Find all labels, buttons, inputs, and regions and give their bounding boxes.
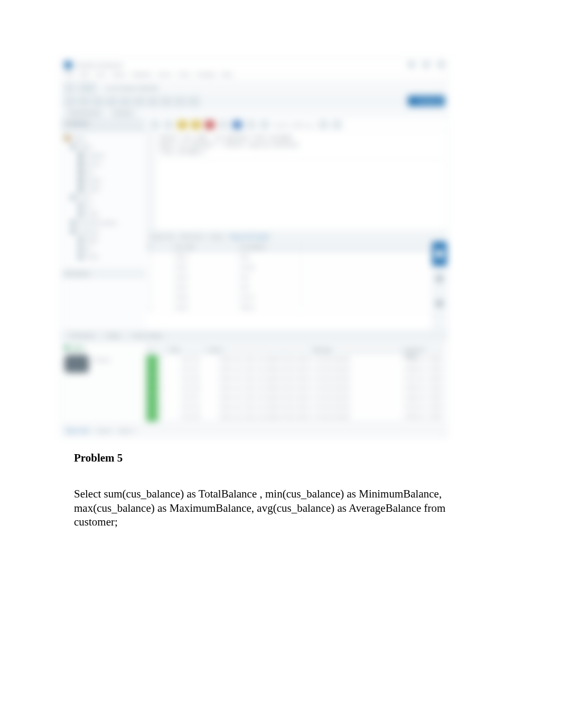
toggle-side-icon[interactable] <box>188 96 200 107</box>
query-line[interactable]: where cus_balance > (Select avg(cus_bala… <box>151 142 442 148</box>
close-icon[interactable] <box>437 61 445 68</box>
query-editor[interactable]: Select cus_code, cus_balance from custom… <box>146 131 447 160</box>
status-session[interactable]: Session <box>96 428 113 434</box>
table-row[interactable]: 4100150.00 <box>146 283 431 293</box>
query-line[interactable]: from customer); <box>151 149 442 155</box>
output-row[interactable]: 610:13:14Select cus_code, cus_balance fr… <box>146 403 442 412</box>
tree-item[interactable]: sakila <box>86 237 98 243</box>
commit-icon[interactable] <box>232 121 242 129</box>
action-output-grid[interactable]: # Time Action Message Duration / Fetch 1… <box>146 345 443 421</box>
database-icon <box>64 136 70 141</box>
rollback-icon[interactable] <box>246 121 256 129</box>
query-line[interactable]: Select cus_code, cus_balance from custom… <box>151 134 442 140</box>
connection-tab[interactable] <box>78 82 96 93</box>
tree-item[interactable]: sys <box>86 203 92 209</box>
search-icon[interactable] <box>133 96 145 107</box>
schema-tree[interactable]: saleco Tables customer invoice line prod… <box>61 132 146 265</box>
menu-item[interactable]: Help <box>222 71 232 81</box>
redo-icon[interactable] <box>119 96 131 107</box>
menu-item[interactable]: View <box>95 71 106 81</box>
workbench-button[interactable]: Workbench <box>408 96 445 106</box>
out-col-time[interactable]: Time <box>166 345 204 355</box>
btab-info[interactable]: Information <box>64 331 101 342</box>
status-query: Query 1 <box>118 428 136 434</box>
execute-current-icon[interactable] <box>191 121 201 129</box>
menu-item[interactable]: File <box>66 71 74 81</box>
undo-icon[interactable] <box>106 96 117 107</box>
cell: 2 <box>146 263 172 272</box>
output-row[interactable]: 510:12:55Select cus_code, cus_balance fr… <box>146 393 442 403</box>
wrap-cell-label[interactable]: Wrap Cell Content <box>230 234 269 239</box>
stop-icon[interactable] <box>205 121 214 129</box>
menu-item[interactable]: Database <box>132 71 152 81</box>
save-file-icon[interactable] <box>164 121 173 129</box>
filter-rows-label[interactable]: Filter Rows <box>180 234 204 239</box>
result-grid[interactable]: # cus_code cus_balance 1100110.00 210012… <box>146 242 431 331</box>
explain-icon[interactable] <box>219 121 228 129</box>
autocommit-icon[interactable] <box>260 121 269 129</box>
menu-item[interactable]: Tools <box>178 71 190 81</box>
out-col-dur[interactable]: Duration / Fetch <box>401 345 442 355</box>
tree-item[interactable]: customer <box>86 152 105 158</box>
tree-group[interactable]: Tables <box>78 144 92 150</box>
out-col-idx[interactable]: # <box>146 345 166 355</box>
dock-tab-form-editor[interactable] <box>432 266 447 291</box>
menu-item[interactable]: Scripting <box>196 71 216 81</box>
menu-item[interactable]: Server <box>158 71 172 81</box>
tree-item[interactable]: sys <box>86 245 92 251</box>
out-col-msg[interactable]: Message <box>310 345 401 355</box>
dock-tab-result-grid[interactable] <box>432 242 447 266</box>
tree-item[interactable]: invoice <box>86 161 101 167</box>
table-row[interactable]: 510018216.55 <box>146 293 431 303</box>
table-row[interactable]: 210012345.86 <box>146 263 431 273</box>
btab-output[interactable]: Output <box>101 331 127 342</box>
tree-group[interactable]: Views <box>78 195 91 200</box>
tree-item[interactable]: product <box>86 178 102 183</box>
menu-item[interactable]: Edit <box>80 71 89 81</box>
beautify-sql-icon[interactable] <box>319 121 328 129</box>
output-row[interactable]: 410:12:29Select cus_code, cus_balance fr… <box>146 384 442 393</box>
tree-item[interactable]: world <box>86 211 98 217</box>
menubar[interactable]: File Edit View Query Database Server Too… <box>61 71 447 81</box>
execute-icon[interactable] <box>177 121 187 129</box>
status-object-info[interactable]: Object Info <box>66 428 90 434</box>
table-row[interactable]: 610019768.93 <box>146 303 431 313</box>
tab-schemas[interactable]: Schemas <box>109 108 137 119</box>
tree-item[interactable]: vendor <box>86 186 100 192</box>
tree-group[interactable]: Stored Procedures <box>78 220 117 226</box>
cell: 5 <box>146 293 172 302</box>
output-row[interactable]: 210:11:47Select cus_code, cus_balance fr… <box>146 365 442 374</box>
open-file-icon[interactable] <box>150 121 160 129</box>
out-col-action[interactable]: Action <box>204 345 310 355</box>
save-icon[interactable] <box>92 96 104 107</box>
cell: 6 row(s) returned <box>310 403 401 412</box>
tree-root[interactable]: saleco <box>73 135 86 141</box>
menu-item[interactable]: Query <box>113 71 126 81</box>
maximize-icon[interactable] <box>423 61 430 68</box>
beautify-icon[interactable] <box>147 96 158 107</box>
output-row[interactable]: 110:11:23Select cus_code, cus_balance fr… <box>146 355 442 365</box>
output-row[interactable]: 310:12:03Select cus_code, cus_balance fr… <box>146 374 442 384</box>
cell: 4 <box>158 384 178 393</box>
toggle-output-icon[interactable] <box>174 96 186 107</box>
tab-administration[interactable]: Administration <box>64 108 105 119</box>
export-label[interactable]: Export <box>210 234 224 239</box>
col-header[interactable]: cus_code <box>172 242 237 252</box>
btab-action[interactable]: Action Output <box>127 331 169 342</box>
tree-group[interactable]: Functions <box>78 228 99 234</box>
tree-item[interactable]: line <box>86 169 94 175</box>
minimize-icon[interactable] <box>408 61 415 68</box>
tree-item[interactable]: world <box>86 254 98 260</box>
col-header[interactable]: cus_balance <box>237 242 302 252</box>
find-icon[interactable] <box>332 121 342 129</box>
open-sql-icon[interactable] <box>78 96 90 107</box>
table-row[interactable]: 1100110.00 <box>146 253 431 263</box>
col-header[interactable]: # <box>146 242 172 252</box>
toggle-panel-icon[interactable] <box>161 96 172 107</box>
dock-tab-field-types[interactable] <box>432 291 447 316</box>
table-row[interactable]: 3100140.00 <box>146 273 431 283</box>
limit-label[interactable]: Limit to 1000 rows <box>274 122 314 128</box>
output-row[interactable]: 710:13:30Select cus_code, cus_balance fr… <box>146 412 442 422</box>
new-sql-icon[interactable] <box>64 96 76 107</box>
home-icon[interactable] <box>64 82 75 93</box>
